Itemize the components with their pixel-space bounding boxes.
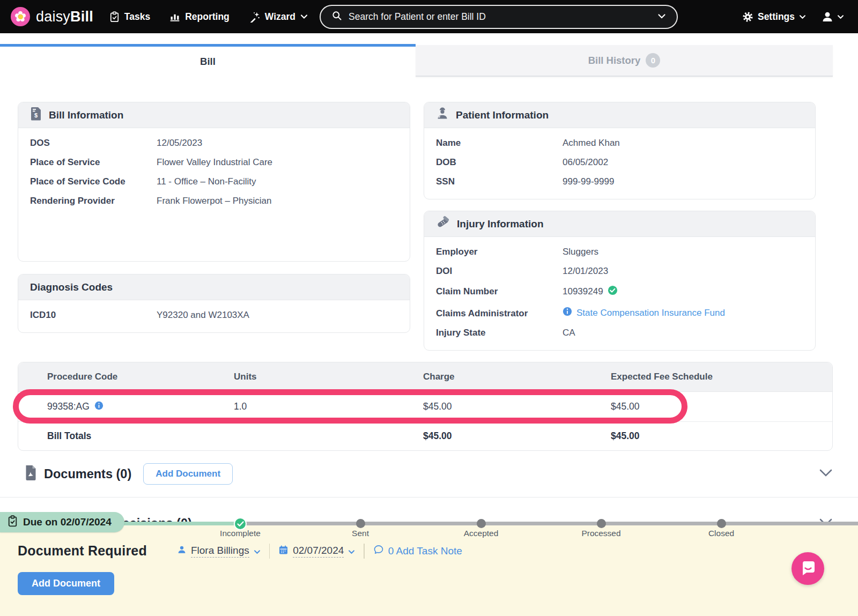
patient-info-row: Name Achmed Khan xyxy=(436,133,803,153)
documents-expand-chevron-icon[interactable] xyxy=(819,469,833,479)
tab-bill-history[interactable]: Bill History 0 xyxy=(416,45,833,77)
documents-title: Documents (0) xyxy=(44,467,131,481)
procedure-units: 1.0 xyxy=(234,401,423,412)
procedure-table-header: Procedure Code Units Charge Expected Fee… xyxy=(18,362,832,392)
chat-smile-icon xyxy=(799,559,817,579)
search-input[interactable] xyxy=(349,11,651,23)
nav-wizard-label: Wizard xyxy=(265,11,295,23)
progress-track xyxy=(0,522,858,525)
navbar-right: Settings xyxy=(742,10,844,23)
top-navbar: ✿ daisyBill Tasks xyxy=(0,0,858,33)
chat-widget-button[interactable] xyxy=(792,552,824,585)
patient-search-bar[interactable] xyxy=(320,5,678,29)
card-title: Bill Information xyxy=(49,109,123,121)
speech-bubble-icon xyxy=(373,544,384,558)
nav-menu: Tasks Reporting Wizard xyxy=(109,11,308,23)
add-document-outline-button[interactable]: Add Document xyxy=(143,463,233,485)
nav-tasks[interactable]: Tasks xyxy=(109,11,150,23)
divider xyxy=(364,544,365,559)
tab-bill[interactable]: Bill xyxy=(0,44,416,77)
daisy-flower-icon: ✿ xyxy=(11,7,30,26)
nav-tasks-label: Tasks xyxy=(124,11,150,23)
bill-totals-row: Bill Totals $45.00 $45.00 xyxy=(18,421,832,450)
bill-detail-content: $ Bill Information DOS 12/05/2023 Place … xyxy=(0,77,858,549)
settings-menu[interactable]: Settings xyxy=(742,11,806,23)
calendar-icon xyxy=(278,545,289,558)
search-icon xyxy=(331,10,342,23)
reporting-chart-icon xyxy=(169,11,180,22)
add-document-button[interactable]: Add Document xyxy=(18,572,114,595)
injury-info-row: Employer Sluggers xyxy=(436,242,803,262)
wizard-wand-icon xyxy=(249,11,260,23)
bill-info-row: Place of Service Code 11 - Office – Non-… xyxy=(30,172,398,191)
procedure-table: Procedure Code Units Charge Expected Fee… xyxy=(18,362,833,451)
patient-info-row: DOB 06/05/2002 xyxy=(436,153,803,172)
card-title: Patient Information xyxy=(456,109,549,121)
step-label-processed: Processed xyxy=(558,529,644,538)
bill-info-row: DOS 12/05/2023 xyxy=(30,133,398,153)
chevron-down-icon xyxy=(300,14,308,19)
step-processed-dot xyxy=(597,519,606,528)
nav-reporting[interactable]: Reporting xyxy=(169,11,230,23)
search-chevron-down-icon[interactable] xyxy=(657,12,666,21)
user-avatar-icon xyxy=(821,10,834,23)
injury-info-row: Claims Administrator State Compensation … xyxy=(436,302,803,323)
account-menu[interactable] xyxy=(821,10,844,23)
brand-name: daisyBill xyxy=(36,9,93,25)
step-accepted-dot xyxy=(477,519,486,528)
chevron-down-icon xyxy=(799,14,806,19)
card-title: Injury Information xyxy=(457,218,544,230)
procedure-charge: $45.00 xyxy=(423,401,611,412)
procedure-expected-fee: $45.00 xyxy=(611,401,832,412)
claims-administrator-link[interactable]: State Compensation Insurance Fund xyxy=(563,307,725,319)
nav-wizard[interactable]: Wizard xyxy=(249,11,308,23)
chevron-down-icon xyxy=(837,14,844,19)
due-date-selector[interactable]: 02/07/2024 xyxy=(278,545,355,558)
bill-receipt-icon: $ xyxy=(30,107,42,123)
procedure-row: 99358:AG 1.0 $45.00 $45.00 xyxy=(18,392,832,421)
documents-section: Documents (0) Add Document xyxy=(0,451,858,498)
info-circle-icon xyxy=(563,307,572,319)
injury-info-row: Injury State CA xyxy=(436,323,803,343)
chevron-down-icon xyxy=(254,545,261,557)
injury-info-row: DOI 12/01/2023 xyxy=(436,262,803,281)
add-task-note-link[interactable]: 0 Add Task Note xyxy=(373,544,462,558)
task-title: Document Required xyxy=(18,543,147,559)
patient-info-row: SSN 999-99-9999 xyxy=(436,172,803,191)
settings-label: Settings xyxy=(758,11,795,23)
tasks-clipboard-icon xyxy=(109,11,120,23)
person-icon xyxy=(177,545,187,557)
pdf-file-icon xyxy=(24,465,38,483)
diagnosis-codes-card: Diagnosis Codes ICD10 Y92320 and W2103XA xyxy=(18,274,410,333)
injury-info-row: Claim Number 10939249 xyxy=(436,281,803,302)
gear-icon xyxy=(742,11,753,23)
assignee-selector[interactable]: Flora Billings xyxy=(177,545,261,558)
bill-tabs: Bill Bill History 0 xyxy=(0,44,858,77)
bill-info-row: Place of Service Flower Valley Industria… xyxy=(30,153,398,172)
clipboard-check-icon xyxy=(8,515,18,530)
chevron-down-icon xyxy=(348,545,355,557)
step-sent-dot xyxy=(356,519,365,528)
page: ✿ daisyBill Tasks xyxy=(0,0,858,616)
injury-information-card: Injury Information Employer Sluggers DOI… xyxy=(424,211,816,351)
task-row: Document Required Flora Billings xyxy=(18,543,462,559)
procedure-info-icon[interactable] xyxy=(94,401,103,413)
tab-bill-history-label: Bill History xyxy=(588,55,641,66)
diagnosis-row: ICD10 Y92320 and W2103XA xyxy=(30,306,398,325)
due-date-badge: Due on 02/07/2024 xyxy=(0,512,124,532)
bandage-icon xyxy=(436,216,450,232)
patient-worker-icon xyxy=(436,107,449,123)
step-label-closed: Closed xyxy=(678,529,764,538)
step-label-sent: Sent xyxy=(317,529,403,538)
bill-status-footer: Incomplete Sent Accepted Processed Close… xyxy=(0,522,858,616)
verified-check-icon xyxy=(608,285,618,298)
bill-information-card: $ Bill Information DOS 12/05/2023 Place … xyxy=(18,102,410,262)
bill-history-count-badge: 0 xyxy=(646,53,660,68)
divider xyxy=(269,544,270,559)
daisybill-logo[interactable]: ✿ daisyBill xyxy=(11,7,93,26)
step-closed-dot xyxy=(717,519,726,528)
procedure-code: 99358:AG xyxy=(47,401,90,412)
step-incomplete-check-icon xyxy=(234,517,247,530)
bill-info-row: Rendering Provider Frank Flowerpot – Phy… xyxy=(30,191,398,211)
claim-number: 10939249 xyxy=(563,286,603,297)
